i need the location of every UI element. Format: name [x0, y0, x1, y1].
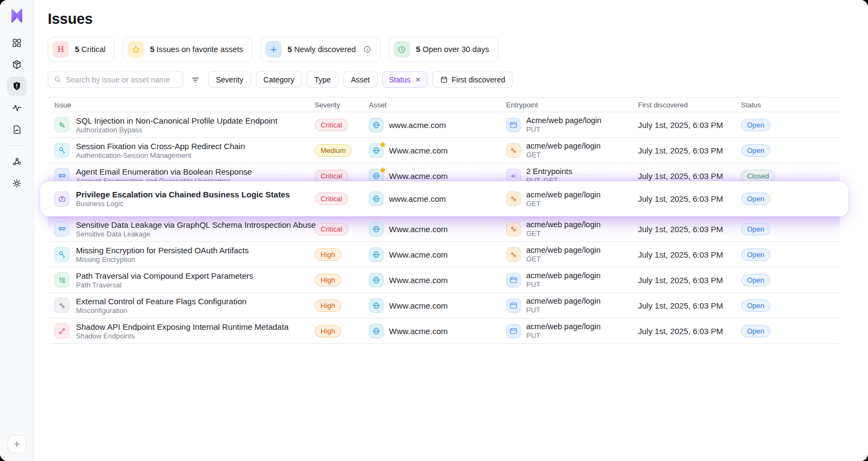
table-row[interactable]: Path Traversal via Compound Export Param…	[48, 267, 840, 293]
summary-card-h-badge[interactable]: H5 Critical	[48, 37, 114, 62]
severity-badge: Critical	[315, 170, 348, 182]
summary-card-label: 5 Newly discovered	[288, 45, 356, 54]
browser-icon	[506, 324, 521, 338]
entrypoint-name: acme/web page/login	[526, 190, 601, 199]
first-discovered-value: July 1st, 2025, 6:03 PM	[631, 301, 735, 310]
table-row[interactable]: Session Fixation via Cross-App Redirect …	[48, 138, 840, 163]
app-logo-icon[interactable]	[6, 5, 28, 27]
severity-badge: High	[315, 299, 341, 312]
globe-icon	[369, 247, 384, 262]
table-row[interactable]: Missing Encryption for Persisted OAuth A…	[48, 242, 840, 267]
column-header-severity: Severity	[308, 101, 362, 109]
asset-name: www.acme.com	[389, 194, 446, 203]
summary-card-label: 5 Critical	[75, 45, 105, 54]
status-badge: Open	[741, 248, 770, 261]
gears-icon	[506, 247, 521, 262]
search-input[interactable]	[66, 75, 177, 84]
summary-card-star[interactable]: 5 Issues on favorite assets	[123, 37, 252, 62]
globe-icon	[369, 324, 384, 338]
sidebar-item-issues[interactable]	[7, 76, 27, 96]
search-icon	[54, 75, 62, 84]
entrypoint-method: GET	[526, 229, 601, 238]
page-title: Issues	[48, 11, 854, 28]
summary-card-label: 5 Issues on favorite assets	[150, 45, 243, 54]
entrypoint-method: PUT	[526, 125, 602, 133]
severity-badge: High	[315, 274, 341, 286]
status-badge: Open	[741, 274, 770, 286]
browser-icon	[506, 273, 521, 287]
activity-icon	[11, 103, 22, 113]
summary-card-label: 5 Open over 30 days	[416, 45, 489, 54]
table-row-selected[interactable]: Privilege Escalation via Chained Busines…	[40, 181, 848, 216]
report-icon	[11, 124, 22, 135]
summary-cards: H5 Critical5 Issues on favorite assets5 …	[48, 37, 854, 62]
status-filter-chip[interactable]: Status ✕	[382, 71, 427, 88]
status-badge: Closed	[741, 170, 775, 182]
first-discovered-value: July 1st, 2025, 6:03 PM	[631, 194, 735, 203]
table-row[interactable]: Sensitive Data Leakage via GraphQL Schem…	[48, 216, 840, 242]
first-discovered-value: July 1st, 2025, 6:03 PM	[631, 146, 735, 155]
h-badge-icon: H	[53, 41, 69, 57]
asset-name: Www.acme.com	[389, 146, 448, 155]
favorite-star-icon	[378, 140, 386, 148]
summary-card-plus[interactable]: 5 Newly discovered	[260, 37, 381, 62]
entrypoint-method: PUT	[526, 306, 601, 314]
sidebar-item-integrations[interactable]	[7, 152, 27, 171]
filter-lines-icon[interactable]	[188, 75, 203, 85]
first-discovered-value: July 1st, 2025, 6:03 PM	[631, 250, 735, 259]
dashboard-icon	[11, 37, 22, 48]
sidebar-item-dashboard[interactable]	[7, 33, 27, 53]
issue-title: Session Fixation via Cross-App Redirect …	[76, 142, 245, 151]
endpoint-icon	[54, 323, 69, 338]
globe-icon	[369, 298, 384, 313]
issue-category: Authentication-Session Management	[76, 151, 245, 159]
sidebar-item-reports[interactable]	[7, 120, 27, 139]
asset-name: Www.acme.com	[389, 171, 448, 181]
table-row[interactable]: Shadow API Endpoint Exposing Internal Ru…	[48, 318, 840, 344]
first-discovered-value: July 1st, 2025, 6:03 PM	[631, 171, 735, 181]
filter-button-type[interactable]: Type	[307, 71, 338, 88]
severity-badge: Critical	[315, 193, 348, 205]
browser-icon	[506, 298, 521, 313]
column-header-entrypoint: Entrypoint	[500, 101, 631, 109]
sidebar-item-assets[interactable]	[7, 55, 27, 74]
filter-buttons: SeverityCategoryTypeAsset	[208, 71, 378, 88]
globe-icon	[369, 191, 384, 206]
search-box[interactable]	[48, 71, 183, 88]
severity-badge: Medium	[315, 144, 352, 157]
filter-button-severity[interactable]: Severity	[208, 71, 251, 88]
table-row[interactable]: SQL Injection in Non-Canonical Profile U…	[48, 112, 840, 138]
issue-category: Shadow Endpoints	[76, 332, 289, 340]
issues-table: IssueSeverityAssetEntrypointFirst discov…	[48, 97, 840, 344]
asset-name: Www.acme.com	[389, 301, 448, 310]
shield-alert-icon	[11, 81, 22, 92]
entrypoint-name: acme/web page/login	[526, 142, 601, 150]
info-icon[interactable]	[363, 45, 372, 54]
close-icon[interactable]: ✕	[415, 76, 420, 84]
entrypoint-name: acme/web page/login	[526, 322, 601, 331]
briefcase-icon	[54, 191, 69, 207]
table-body: SQL Injection in Non-Canonical Profile U…	[48, 112, 840, 344]
asset-name: Www.acme.com	[389, 225, 448, 234]
gears-icon	[506, 191, 521, 206]
first-discovered-value: July 1st, 2025, 6:03 PM	[631, 326, 735, 336]
first-discovered-filter[interactable]: First discovered	[432, 71, 513, 88]
column-header-first-discovered: First discovered	[631, 101, 735, 109]
sidebar-item-settings[interactable]	[7, 174, 27, 193]
status-filter-label: Status	[389, 75, 411, 84]
main-content: Issues H5 Critical5 Issues on favorite a…	[34, 0, 868, 461]
filter-button-category[interactable]: Category	[256, 71, 302, 88]
table-row[interactable]: External Control of Feature Flags Config…	[48, 293, 840, 318]
status-badge: Open	[741, 193, 770, 205]
globe-icon	[369, 118, 384, 132]
column-header-status: Status	[735, 101, 840, 109]
sidebar-item-activity[interactable]	[7, 98, 27, 118]
severity-badge: High	[315, 248, 341, 261]
status-badge: Open	[741, 119, 770, 131]
entrypoint-method: GET	[526, 200, 601, 208]
gears-icon	[506, 143, 521, 158]
add-button[interactable]	[8, 435, 26, 453]
summary-card-clock[interactable]: 5 Open over 30 days	[389, 37, 499, 62]
filter-button-asset[interactable]: Asset	[343, 71, 378, 88]
status-badge: Open	[741, 223, 770, 235]
